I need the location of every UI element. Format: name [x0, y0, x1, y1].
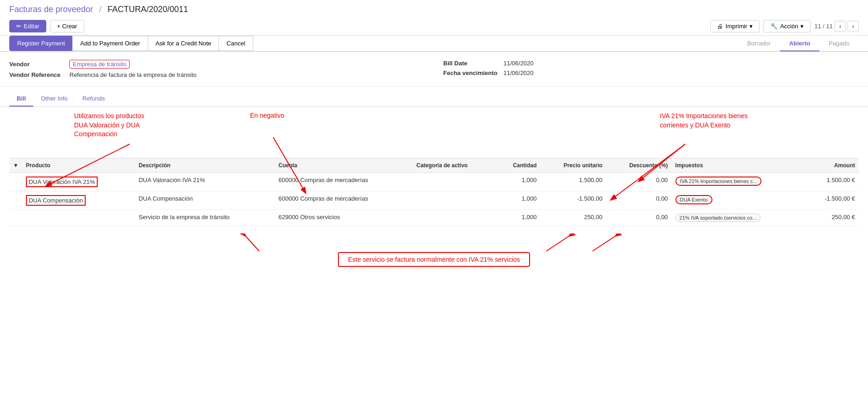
toolbar: ✏ Editar + Crear 🖨 Imprimir ▾ 🔧 Acción ▾…	[0, 17, 868, 36]
table-row: DUA Valoración IVA 21% DUA Valoración IV…	[9, 173, 859, 191]
status-abierto: Abierto	[780, 36, 820, 51]
create-button[interactable]: + Crear	[50, 20, 84, 32]
chevron-down-icon: ▾	[800, 23, 804, 30]
svg-line-4	[245, 236, 259, 251]
tax-dua-exento[interactable]: DUA Exento	[675, 195, 712, 204]
form-section: Vendor Empresa de tránsito Vendor Refere…	[0, 52, 868, 87]
col-cuenta: Cuenta	[275, 158, 412, 173]
vendor-field: Vendor Empresa de tránsito	[9, 58, 425, 70]
table-header-row: ▼ Producto Descripción Cuenta Categoría …	[9, 158, 859, 173]
next-record-button[interactable]: ›	[848, 21, 859, 32]
add-to-payment-order-button[interactable]: Add to Payment Order	[72, 36, 148, 51]
col-categoria: Categoría de activo	[412, 158, 496, 173]
cancel-button[interactable]: Cancel	[219, 36, 253, 51]
col-descuento: Descuento (%)	[606, 158, 671, 173]
tab-bill[interactable]: Bill	[9, 91, 33, 107]
tax-21-iva-soportado[interactable]: 21% IVA soportado (servicios co...	[675, 214, 761, 222]
wrench-icon: 🔧	[770, 23, 778, 30]
col-precio: Precio unitario	[540, 158, 606, 173]
edit-button[interactable]: ✏ Editar	[9, 20, 46, 32]
bill-table: ▼ Producto Descripción Cuenta Categoría …	[9, 158, 859, 226]
col-descripcion: Descripción	[135, 158, 275, 173]
bottom-arrows	[37, 234, 831, 252]
action-bar: Register Payment Add to Payment Order As…	[0, 36, 868, 52]
col-amount: Amount	[805, 158, 859, 173]
chevron-down-icon: ▾	[749, 23, 753, 30]
breadcrumb: Facturas de proveedor / FACTURA/2020/001…	[0, 0, 868, 17]
col-expand: ▼	[9, 158, 22, 173]
record-counter: 11 / 11 ‹ ›	[814, 21, 859, 32]
product-dua-compensacion[interactable]: DUA Compensación	[26, 195, 86, 206]
col-producto: Producto	[22, 158, 135, 173]
svg-line-6	[593, 236, 616, 251]
print-button[interactable]: 🖨 Imprimir ▾	[710, 20, 760, 32]
col-cantidad: Cantidad	[496, 158, 541, 173]
prev-record-button[interactable]: ‹	[835, 21, 846, 32]
vendor-value[interactable]: Empresa de tránsito	[69, 60, 130, 69]
status-borrador: Borrador	[738, 36, 780, 51]
status-breadcrumb: Borrador Abierto Pagado	[738, 36, 859, 51]
tab-refunds[interactable]: Refunds	[75, 91, 112, 107]
bill-date-value: 11/06/2020	[504, 60, 534, 67]
col-impuestos: Impuestos	[672, 158, 805, 173]
breadcrumb-parent[interactable]: Facturas de proveedor	[9, 5, 93, 14]
fecha-vencimiento-value: 11/06/2020	[504, 69, 534, 76]
tab-other-info[interactable]: Other Info	[33, 91, 75, 107]
fecha-vencimiento-field: Fecha vencimiento 11/06/2020	[443, 68, 859, 78]
pencil-icon: ✏	[16, 23, 21, 30]
svg-line-5	[546, 236, 569, 251]
ask-credit-note-button[interactable]: Ask for a Credit Note	[148, 36, 219, 51]
vendor-ref-field: Vendor Reference Referencia de factura d…	[9, 70, 425, 80]
status-pagado: Pagado	[819, 36, 859, 51]
action-button[interactable]: 🔧 Acción ▾	[763, 20, 811, 32]
product-dua-valoracion[interactable]: DUA Valoración IVA 21%	[26, 177, 98, 187]
table-row: DUA Compensación DUA Compensación 600000…	[9, 191, 859, 210]
table-row: Servicio de la empresa de tránsito 62900…	[9, 210, 859, 226]
print-icon: 🖨	[717, 23, 723, 30]
bill-date-field: Bill Date 11/06/2020	[443, 58, 859, 68]
annotation-servicio-normal: Este servicio se factura normalmente con…	[338, 252, 531, 267]
vendor-ref-value: Referencia de factura de la empresa de t…	[69, 71, 197, 78]
breadcrumb-current: FACTURA/2020/0011	[107, 5, 188, 14]
tabs-bar: Bill Other Info Refunds	[0, 87, 868, 107]
tax-iva21-importaciones[interactable]: IVA 21% Importaciones bienes c...	[675, 177, 762, 186]
breadcrumb-sep: /	[99, 5, 101, 14]
register-payment-button[interactable]: Register Payment	[9, 36, 73, 51]
